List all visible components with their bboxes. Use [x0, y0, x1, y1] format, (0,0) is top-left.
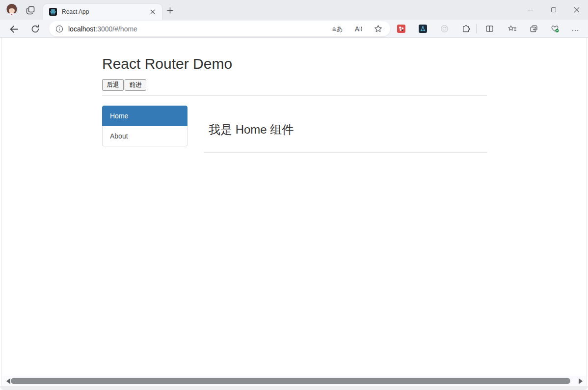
tab-close-icon[interactable] — [148, 7, 157, 16]
window-controls — [519, 0, 588, 20]
router-nav-list: Home About — [102, 106, 187, 146]
divider-content — [204, 152, 487, 153]
browser-tab-react-app[interactable]: React App — [43, 4, 162, 20]
close-icon — [574, 7, 580, 13]
page-title: React Router Demo — [102, 55, 232, 73]
history-buttons: 后退 前进 — [102, 79, 146, 91]
history-back-button[interactable]: 后退 — [102, 79, 124, 91]
toolbar-divider — [476, 24, 477, 33]
back-arrow-icon — [9, 25, 19, 34]
refresh-icon — [31, 25, 40, 33]
extensions-menu-icon[interactable] — [462, 25, 470, 33]
scroll-right-arrow-icon[interactable] — [579, 378, 583, 384]
scroll-left-arrow-icon[interactable] — [6, 378, 10, 384]
tab-workspaces-icon[interactable] — [25, 5, 35, 15]
nav-link-home[interactable]: Home — [102, 106, 187, 126]
url-host: localhost — [68, 25, 95, 33]
read-aloud-icon[interactable]: A — [355, 26, 363, 32]
collections-icon[interactable] — [530, 25, 538, 33]
extension-red-icon[interactable] — [397, 25, 405, 33]
close-button[interactable] — [565, 0, 588, 20]
divider-top — [102, 95, 487, 96]
scrollbar-thumb[interactable] — [11, 378, 570, 384]
address-bar[interactable]: localhost:3000/#/home aあ A — [49, 21, 390, 36]
window-bottom-edge — [0, 386, 588, 390]
extension-disabled-icon[interactable] — [440, 25, 449, 33]
split-screen-icon[interactable] — [485, 25, 494, 33]
maximize-button[interactable] — [542, 0, 565, 20]
maximize-icon — [551, 7, 556, 12]
minimize-icon — [528, 10, 533, 10]
minimize-button[interactable] — [519, 0, 542, 20]
horizontal-scrollbar[interactable] — [1, 376, 587, 386]
url-text[interactable]: localhost:3000/#/home — [68, 25, 332, 33]
url-path: :3000/#/home — [95, 25, 137, 33]
avatar-image — [5, 3, 18, 16]
nav-link-about[interactable]: About — [102, 126, 187, 146]
history-forward-button[interactable]: 前进 — [125, 79, 146, 91]
browser-titlebar: React App — [0, 0, 588, 20]
extension-proxy-icon[interactable] — [419, 25, 427, 33]
omnibox-action-icons: aあ A — [332, 25, 382, 33]
browser-toolbar: localhost:3000/#/home aあ A — [0, 20, 588, 38]
favorite-star-icon[interactable] — [374, 25, 382, 33]
translate-icon[interactable]: aあ — [332, 25, 344, 33]
page-viewport: React Router Demo 后退 前进 Home About 我是 Ho… — [1, 38, 587, 376]
new-tab-button[interactable] — [165, 5, 175, 15]
browser-essentials-icon[interactable] — [551, 25, 559, 33]
tab-title: React App — [62, 8, 148, 15]
favorites-hub-icon[interactable] — [508, 25, 516, 33]
route-content-heading: 我是 Home 组件 — [209, 122, 294, 137]
react-favicon — [49, 8, 57, 16]
site-info-icon[interactable] — [55, 25, 63, 33]
profile-avatar[interactable] — [5, 3, 18, 16]
back-button[interactable] — [8, 23, 20, 35]
browser-window: { "browser": { "tab_title": "React App",… — [0, 0, 588, 390]
refresh-button[interactable] — [29, 23, 41, 35]
settings-more-icon[interactable]: … — [571, 26, 580, 31]
